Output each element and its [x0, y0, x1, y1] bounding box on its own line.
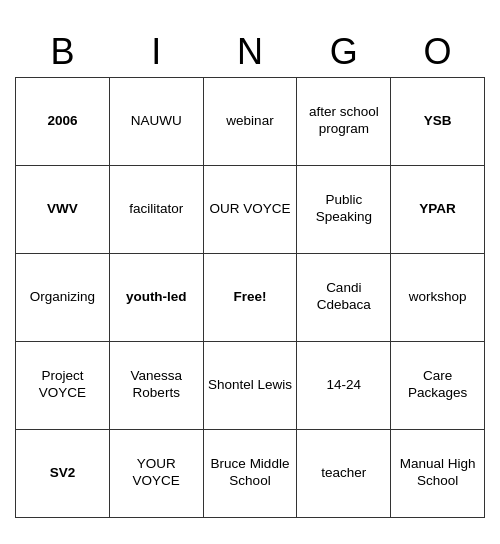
table-row: Project VOYCEVanessa RobertsShontel Lewi… — [16, 341, 485, 429]
bingo-body: 2006NAUWUwebinarafter school programYSBV… — [16, 77, 485, 517]
table-row: 2006NAUWUwebinarafter school programYSB — [16, 77, 485, 165]
bingo-cell: NAUWU — [109, 77, 203, 165]
bingo-header: B I N G O — [16, 27, 485, 78]
bingo-cell: webinar — [203, 77, 297, 165]
bingo-cell: 2006 — [16, 77, 110, 165]
bingo-cell: after school program — [297, 77, 391, 165]
header-o: O — [391, 27, 485, 78]
table-row: VWVfacilitatorOUR VOYCEPublic SpeakingYP… — [16, 165, 485, 253]
bingo-cell: VWV — [16, 165, 110, 253]
bingo-cell: youth-led — [109, 253, 203, 341]
bingo-cell: Shontel Lewis — [203, 341, 297, 429]
bingo-cell: YSB — [391, 77, 485, 165]
bingo-cell: Candi Cdebaca — [297, 253, 391, 341]
bingo-cell: facilitator — [109, 165, 203, 253]
bingo-cell: YOUR VOYCE — [109, 429, 203, 517]
header-n: N — [203, 27, 297, 78]
bingo-cell: workshop — [391, 253, 485, 341]
header-b: B — [16, 27, 110, 78]
bingo-cell: Care Packages — [391, 341, 485, 429]
header-i: I — [109, 27, 203, 78]
bingo-cell: teacher — [297, 429, 391, 517]
bingo-card: B I N G O 2006NAUWUwebinarafter school p… — [15, 27, 485, 518]
bingo-cell: 14-24 — [297, 341, 391, 429]
bingo-cell: Manual High School — [391, 429, 485, 517]
table-row: SV2YOUR VOYCEBruce Middle SchoolteacherM… — [16, 429, 485, 517]
bingo-cell: Vanessa Roberts — [109, 341, 203, 429]
bingo-cell: YPAR — [391, 165, 485, 253]
bingo-cell: Organizing — [16, 253, 110, 341]
bingo-cell: Project VOYCE — [16, 341, 110, 429]
bingo-cell: Bruce Middle School — [203, 429, 297, 517]
header-g: G — [297, 27, 391, 78]
bingo-cell: OUR VOYCE — [203, 165, 297, 253]
bingo-cell: Public Speaking — [297, 165, 391, 253]
bingo-cell: Free! — [203, 253, 297, 341]
table-row: Organizingyouth-ledFree!Candi Cdebacawor… — [16, 253, 485, 341]
bingo-cell: SV2 — [16, 429, 110, 517]
